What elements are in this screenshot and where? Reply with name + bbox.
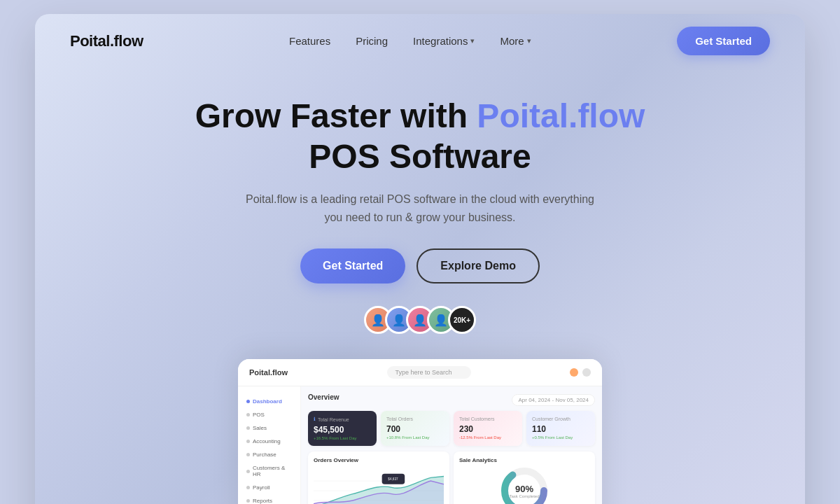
sidebar-dot — [246, 426, 250, 430]
hero-heading: Grow Faster with Poital.flow POS Softwar… — [49, 96, 791, 176]
hero-section: Grow Faster with Poital.flow POS Softwar… — [35, 68, 805, 334]
hero-subtitle: Poital.flow is a leading retail POS soft… — [238, 190, 602, 226]
hero-buttons: Get Started Explore Demo — [49, 248, 791, 284]
dash-body: Dashboard POS Sales Accounting — [238, 386, 602, 504]
stat-cards-row: ℹ Total Revenue $45,500 +16.5% From Last… — [308, 411, 595, 446]
sidebar-dot — [246, 499, 250, 503]
navbar: Poital.flow Features Pricing Integration… — [35, 14, 805, 68]
sidebar-dot — [246, 400, 250, 403]
nav-item-pricing[interactable]: Pricing — [356, 35, 388, 47]
hero-explore-demo-button[interactable]: Explore Demo — [416, 248, 540, 284]
dash-logo: Poital.flow — [249, 368, 288, 377]
dash-header: Poital.flow Type here to Search — [238, 359, 602, 386]
stat-label-growth: Customer Growth — [532, 416, 589, 421]
dashboard-preview: Poital.flow Type here to Search Dashboar… — [35, 359, 805, 504]
nav-link-pricing[interactable]: Pricing — [356, 35, 388, 47]
sidebar-item-purchase[interactable]: Purchase — [238, 448, 300, 461]
avatar-count: 20K+ — [448, 306, 476, 334]
orders-chart-title: Orders Overview — [314, 457, 444, 463]
dash-icons — [570, 368, 591, 377]
stat-value-orders: 700 — [386, 424, 444, 434]
sidebar-item-payroll[interactable]: Payroll — [238, 481, 300, 494]
nav-item-more[interactable]: More ▾ — [500, 35, 531, 47]
social-proof: 👤 👤 👤 👤 20K+ — [49, 306, 791, 334]
notification-icon[interactable] — [570, 368, 578, 377]
sale-analytics-title: Sale Analytics — [459, 457, 589, 463]
nav-cta-button[interactable]: Get Started — [677, 27, 770, 55]
stat-change-orders: +10.8% From Last Day — [386, 435, 444, 440]
user-icon[interactable] — [582, 368, 591, 377]
stat-value-revenue: $45,500 — [314, 425, 371, 435]
date-range: Apr 04, 2024 - Nov 05, 2024 — [512, 394, 595, 406]
stat-label-revenue: ℹ Total Revenue — [314, 416, 371, 422]
stat-value-customers: 230 — [459, 424, 517, 434]
nav-link-integrations[interactable]: Integrations ▾ — [413, 35, 475, 47]
overview-title: Overview — [308, 393, 339, 401]
stat-card-growth: Customer Growth 110 +0.5% From Last Day — [526, 411, 595, 446]
sidebar-item-sales[interactable]: Sales — [238, 421, 300, 435]
nav-link-more[interactable]: More ▾ — [500, 35, 531, 47]
sidebar-dot — [246, 470, 250, 473]
orders-overview-chart: Orders Overview — [308, 451, 449, 504]
stat-change-revenue: +16.5% From Last Day — [314, 436, 371, 440]
sidebar-dot — [246, 486, 250, 489]
sidebar-item-pos[interactable]: POS — [238, 408, 300, 421]
sidebar-item-reports[interactable]: Reports — [238, 494, 300, 504]
stat-change-customers: -12.5% From Last Day — [459, 435, 517, 440]
sale-analytics-chart: Sale Analytics — [454, 451, 595, 504]
chevron-down-icon: ▾ — [470, 36, 475, 46]
stat-label-customers: Total Customers — [459, 416, 517, 421]
stat-card-customers: Total Customers 230 -12.5% From Last Day — [454, 411, 522, 446]
orders-chart-svg: $4,637 — [314, 466, 444, 504]
donut-label: 90% Task Completed — [509, 484, 539, 498]
sidebar-item-customers-hr[interactable]: Customers & HR — [238, 461, 300, 481]
stat-card-orders: Total Orders 700 +10.8% From Last Day — [381, 411, 449, 446]
stat-value-growth: 110 — [532, 424, 589, 434]
sidebar-item-accounting[interactable]: Accounting — [238, 435, 300, 448]
stat-card-revenue: ℹ Total Revenue $45,500 +16.5% From Last… — [308, 411, 377, 446]
chevron-down-icon: ▾ — [527, 36, 531, 46]
logo: Poital.flow — [70, 32, 144, 50]
sidebar-item-dashboard[interactable]: Dashboard — [238, 395, 300, 408]
nav-item-features[interactable]: Features — [289, 35, 330, 47]
nav-link-features[interactable]: Features — [289, 35, 330, 47]
dash-main: Overview Apr 04, 2024 - Nov 05, 2024 ℹ T… — [301, 386, 602, 504]
hero-get-started-button[interactable]: Get Started — [300, 248, 405, 284]
donut-container: 90% Task Completed — [459, 466, 589, 504]
dash-sidebar: Dashboard POS Sales Accounting — [238, 386, 301, 504]
dash-search-bar[interactable]: Type here to Search — [387, 366, 471, 379]
stat-change-growth: +0.5% From Last Day — [532, 435, 589, 440]
bottom-charts-row: Orders Overview — [308, 451, 595, 504]
page-wrapper: Poital.flow Features Pricing Integration… — [35, 14, 805, 504]
sidebar-dot — [246, 453, 250, 456]
nav-item-integrations[interactable]: Integrations ▾ — [413, 35, 475, 47]
avatar-group: 👤 👤 👤 👤 20K+ — [364, 306, 476, 334]
nav-links: Features Pricing Integrations ▾ More ▾ — [289, 35, 531, 47]
svg-text:$4,637: $4,637 — [388, 477, 398, 481]
sidebar-dot — [246, 440, 250, 443]
dashboard-card: Poital.flow Type here to Search Dashboar… — [238, 359, 602, 504]
sidebar-dot — [246, 413, 250, 416]
stat-label-orders: Total Orders — [386, 416, 444, 421]
